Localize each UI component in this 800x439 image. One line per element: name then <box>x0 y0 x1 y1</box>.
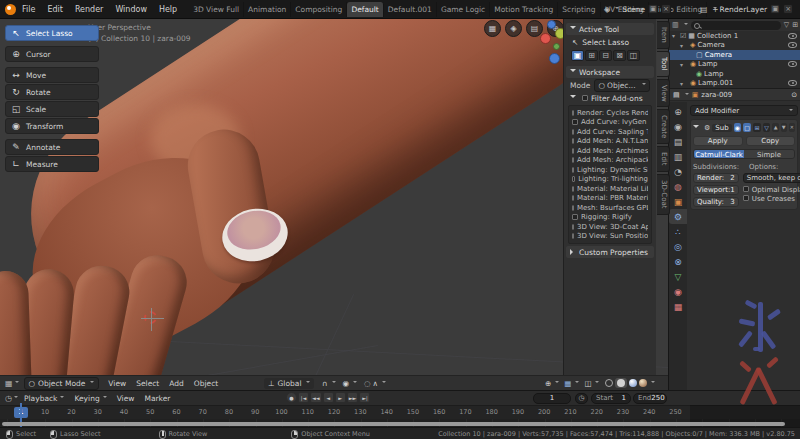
material-preview-shading-button[interactable] <box>629 379 637 387</box>
properties-tab-object[interactable]: ▣ <box>669 194 687 209</box>
menu-view[interactable]: View <box>108 379 126 388</box>
eye-icon[interactable] <box>788 33 797 39</box>
new-scene-button[interactable]: ▣ <box>648 4 658 14</box>
checkbox[interactable] <box>743 195 749 201</box>
menu-edit[interactable]: Edit <box>47 5 63 14</box>
chevron-down-icon[interactable] <box>555 381 559 385</box>
timeline-editor-icon[interactable]: ◷ <box>5 394 12 403</box>
disclosure-triangle-icon[interactable]: ▾ <box>672 32 678 39</box>
apply-button[interactable]: Apply <box>693 136 743 146</box>
checkbox[interactable] <box>743 186 749 192</box>
sidebar-tab-item[interactable]: Item <box>657 21 670 49</box>
sidebar-tab-3d-coat[interactable]: 3D-Coat <box>657 174 670 215</box>
previous-keyframe-button[interactable]: ◄◄ <box>310 392 322 403</box>
addon-checkbox[interactable] <box>572 157 574 163</box>
addon-checkbox[interactable] <box>572 138 574 144</box>
addon-tri-lighting[interactable]: Lighting: Tri-lighting <box>572 175 648 185</box>
menu-playback[interactable]: Playback <box>24 394 64 403</box>
render-visibility-toggle[interactable]: ◉ <box>734 123 742 132</box>
menu-window[interactable]: Window <box>115 5 147 14</box>
scene-selector[interactable]: ◈ Scene ▣ × <box>604 2 671 16</box>
tool-scale[interactable]: ◱ Scale <box>5 101 99 117</box>
perspective-toggle-button[interactable]: ▦ <box>484 20 501 37</box>
menu-select[interactable]: Select <box>136 379 159 388</box>
addon-checkbox[interactable] <box>572 167 574 173</box>
outliner-row-collection-1[interactable]: ▾ ☑ ▦ Collection 1 <box>669 31 800 41</box>
axis-x-handle[interactable] <box>540 33 551 44</box>
render-layer-selector[interactable]: ▤ RenderLayer ▣ × <box>700 2 793 16</box>
overlays-toggle-icon[interactable]: ▦ <box>564 379 571 388</box>
workspace-tab-scripting[interactable]: Scripting <box>558 2 600 17</box>
addon-ant-landscape[interactable]: Add Mesh: A.N.T.Lan... <box>572 137 648 147</box>
select-mode-intersect[interactable]: ◫ <box>627 50 640 61</box>
workspace-tab-game-logic[interactable]: Game Logic <box>437 2 490 17</box>
addon-sun-position[interactable]: 3D View: Sun Position <box>572 232 648 242</box>
jump-to-end-button[interactable]: ►| <box>359 392 370 403</box>
active-tool-panel-header[interactable]: Active Tool <box>566 23 654 35</box>
menu-keying[interactable]: Keying <box>74 394 106 403</box>
gizmo-toggle-icon[interactable]: ⊕ <box>545 379 551 388</box>
disclosure-triangle-icon[interactable]: ▾ <box>680 61 686 68</box>
addon-checkbox[interactable] <box>572 233 574 239</box>
move-modifier-up-button[interactable]: ▲ <box>772 123 778 132</box>
solid-shading-button[interactable] <box>617 379 625 387</box>
new-collection-icon[interactable]: ⊞ <box>792 21 798 29</box>
addon-sapling[interactable]: Add Curve: Sapling T... <box>572 127 648 137</box>
select-mode-subtract[interactable]: ⊟ <box>599 50 612 61</box>
chevron-down-icon[interactable] <box>651 381 655 385</box>
pin-icon[interactable]: ⊙ <box>791 91 797 99</box>
addon-cycles[interactable]: Render: Cycles Rend... <box>572 108 648 118</box>
uv-smooth-dropdown[interactable]: Smooth, keep co... <box>743 173 800 183</box>
properties-tab-scene[interactable]: ◔ <box>669 164 687 179</box>
tool-transform[interactable]: ◉ Transform <box>5 118 99 134</box>
modifier-name-field[interactable]: Sub <box>712 124 731 132</box>
viewport-subdivisions-field[interactable]: Viewport: 1 <box>693 185 739 195</box>
workspace-tab-animation[interactable]: Animation <box>244 2 291 17</box>
properties-tab-output[interactable]: ▤ <box>669 134 687 149</box>
menu-object[interactable]: Object <box>194 379 218 388</box>
properties-editor-icon[interactable]: ▤ <box>673 91 680 99</box>
start-frame-field[interactable]: Start1 <box>591 393 631 404</box>
workspace-tab-compositing[interactable]: Compositing <box>291 2 347 17</box>
rendered-shading-button[interactable] <box>639 379 647 387</box>
use-creases-checkbox[interactable]: Use Creases <box>743 194 800 203</box>
cage-toggle[interactable]: ▽ <box>763 123 771 132</box>
addon-checkbox[interactable] <box>572 214 578 220</box>
render-subdivisions-field[interactable]: Render: 2 <box>693 173 739 183</box>
properties-tab-texture[interactable]: ▦ <box>669 299 687 314</box>
workspace-tab-3d-view-full[interactable]: 3D View Full <box>189 2 244 17</box>
new-render-layer-button[interactable]: ▣ <box>770 4 780 14</box>
properties-tab-constraints[interactable]: ⊗ <box>669 254 687 269</box>
tool-annotate[interactable]: ✎ Annotate <box>5 139 99 155</box>
addon-material-library[interactable]: Material: Material Lib... <box>572 184 648 194</box>
optimal-display-checkbox[interactable]: Optimal Display <box>743 185 800 194</box>
play-reverse-button[interactable]: ◄ <box>323 392 334 403</box>
eye-icon[interactable] <box>788 42 797 48</box>
properties-tab-object-data[interactable]: ▽ <box>669 269 687 284</box>
sidebar-tab-create[interactable]: Create <box>657 109 670 144</box>
outliner-search-input[interactable] <box>691 21 781 30</box>
axis-z-handle[interactable] <box>547 20 556 29</box>
select-mode-invert[interactable]: ⊠ <box>613 50 626 61</box>
close-icon[interactable]: ✕ <box>789 123 795 132</box>
menu-timeline-view[interactable]: View <box>117 394 135 403</box>
sidebar-tab-tool[interactable]: Tool <box>657 51 670 77</box>
timeline-ruler[interactable]: 1020304050607080901001101201301401501601… <box>0 405 800 419</box>
edit-mode-toggle[interactable]: ⊞ <box>753 123 761 132</box>
workspace-panel-header[interactable]: Workspace <box>566 66 654 78</box>
properties-tab-view-layer[interactable]: ▥ <box>669 149 687 164</box>
addon-bsurfaces[interactable]: Mesh: Bsurfaces GPL... <box>572 203 648 213</box>
outliner-row-camera[interactable]: ▾ ◈ Camera <box>669 41 800 51</box>
menu-help[interactable]: Help <box>159 5 177 14</box>
tool-move[interactable]: ↔ Move <box>5 67 99 83</box>
chevron-down-icon[interactable] <box>575 381 579 385</box>
add-modifier-dropdown[interactable]: Add Modifier <box>690 105 798 116</box>
chevron-down-icon[interactable] <box>595 381 599 385</box>
addon-archipack[interactable]: Add Mesh: Archipack <box>572 156 648 166</box>
workspace-tab-default-001[interactable]: Default.001 <box>384 2 437 17</box>
camera-view-button[interactable]: ◈ <box>505 20 522 37</box>
menu-file[interactable]: File <box>22 5 35 14</box>
chevron-down-icon[interactable] <box>382 381 386 385</box>
proportional-editing-icon[interactable]: ◌ <box>364 379 371 388</box>
addon-checkbox[interactable] <box>572 176 575 182</box>
